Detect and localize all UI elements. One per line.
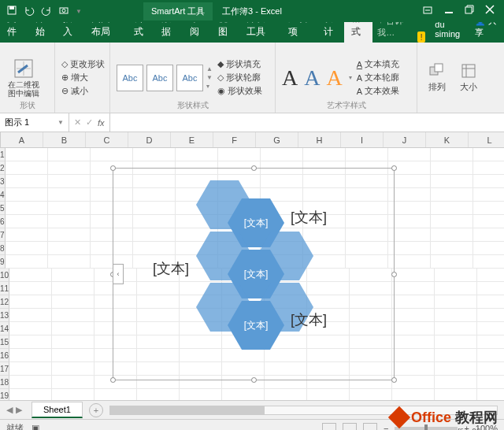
accept-icon[interactable]: ✓ bbox=[86, 117, 93, 128]
shape-style-3[interactable]: Abc bbox=[176, 65, 203, 91]
col-header[interactable]: L bbox=[469, 132, 504, 147]
col-header[interactable]: I bbox=[341, 132, 384, 147]
cell[interactable] bbox=[477, 322, 504, 335]
cell[interactable] bbox=[9, 389, 52, 400]
col-header[interactable]: C bbox=[86, 132, 128, 147]
fx-icon[interactable]: fx bbox=[98, 118, 105, 128]
cell[interactable] bbox=[94, 389, 137, 400]
wordart-style-3[interactable]: A bbox=[326, 65, 342, 91]
cell[interactable] bbox=[473, 188, 504, 202]
cell[interactable] bbox=[52, 269, 94, 282]
cell[interactable] bbox=[477, 309, 504, 322]
row-header[interactable]: 18 bbox=[0, 376, 9, 389]
cell[interactable] bbox=[6, 242, 48, 255]
resize-handle[interactable] bbox=[391, 377, 397, 383]
text-pane-toggle[interactable]: ‹ bbox=[113, 264, 124, 284]
edit-2d-button[interactable]: 在二维视图中编辑 bbox=[6, 58, 41, 98]
cell[interactable] bbox=[91, 148, 133, 161]
cell[interactable] bbox=[477, 349, 504, 362]
cell[interactable] bbox=[431, 188, 473, 202]
cell[interactable] bbox=[473, 215, 504, 228]
col-header[interactable]: H bbox=[298, 132, 341, 147]
cell[interactable] bbox=[477, 376, 504, 389]
cell[interactable] bbox=[48, 215, 91, 228]
row-header[interactable]: 13 bbox=[0, 309, 9, 322]
cell[interactable] bbox=[6, 215, 48, 228]
row-header[interactable]: 11 bbox=[0, 282, 9, 295]
cell[interactable] bbox=[9, 309, 52, 322]
cell[interactable] bbox=[435, 335, 477, 349]
zoom-out-button[interactable]: − bbox=[384, 424, 388, 431]
col-header[interactable]: K bbox=[426, 132, 469, 147]
cell[interactable] bbox=[435, 269, 477, 282]
cell[interactable] bbox=[473, 202, 504, 215]
resize-handle[interactable] bbox=[110, 377, 116, 383]
sheet-nav-next-icon[interactable]: ▶ bbox=[16, 405, 22, 415]
cell[interactable] bbox=[6, 148, 48, 161]
cell[interactable] bbox=[392, 295, 435, 309]
cell[interactable] bbox=[9, 362, 52, 376]
cell[interactable] bbox=[473, 161, 504, 175]
cell[interactable] bbox=[477, 335, 504, 349]
cell[interactable] bbox=[48, 228, 91, 242]
cell[interactable] bbox=[48, 175, 91, 188]
cell[interactable] bbox=[176, 148, 218, 161]
cell[interactable] bbox=[307, 389, 350, 400]
resize-handle[interactable] bbox=[391, 272, 397, 277]
cell[interactable] bbox=[48, 161, 91, 175]
cell[interactable] bbox=[6, 202, 48, 215]
cell[interactable] bbox=[392, 389, 435, 400]
col-header[interactable]: G bbox=[256, 132, 298, 147]
cell[interactable] bbox=[52, 362, 94, 376]
gallery-down-icon[interactable]: ▼ bbox=[206, 74, 213, 81]
col-header[interactable]: D bbox=[128, 132, 171, 147]
shape-fill-button[interactable]: ◆形状填充 bbox=[217, 58, 262, 70]
close-icon[interactable] bbox=[485, 5, 495, 17]
change-shape-button[interactable]: ◇更改形状 bbox=[61, 58, 105, 70]
cell[interactable] bbox=[435, 295, 477, 309]
resize-handle[interactable] bbox=[251, 377, 257, 383]
cell[interactable] bbox=[431, 242, 473, 255]
cell[interactable] bbox=[222, 389, 265, 400]
cell[interactable] bbox=[52, 376, 94, 389]
cell[interactable] bbox=[431, 175, 473, 188]
add-sheet-button[interactable]: + bbox=[89, 403, 103, 417]
save-icon[interactable] bbox=[6, 5, 17, 17]
row-header[interactable]: 12 bbox=[0, 295, 9, 309]
cell[interactable] bbox=[52, 349, 94, 362]
shape-effect-button[interactable]: ◉形状效果 bbox=[217, 85, 262, 97]
cell[interactable] bbox=[392, 362, 435, 376]
cell[interactable] bbox=[48, 255, 91, 269]
cell[interactable] bbox=[473, 228, 504, 242]
cell[interactable] bbox=[52, 322, 94, 335]
wordart-style-2[interactable]: A bbox=[304, 65, 320, 91]
cell[interactable] bbox=[477, 389, 504, 400]
cell[interactable] bbox=[435, 362, 477, 376]
cell[interactable] bbox=[180, 389, 222, 400]
smartart-object[interactable]: ‹ [文本] [文本] [文本] [文本] [文本] [文本] bbox=[113, 168, 395, 380]
normal-view-button[interactable] bbox=[322, 423, 336, 431]
cell[interactable] bbox=[392, 269, 435, 282]
cell[interactable] bbox=[52, 295, 94, 309]
restore-icon[interactable] bbox=[465, 5, 474, 17]
name-box[interactable]: 图示 1▼ bbox=[0, 113, 69, 132]
cell[interactable] bbox=[261, 148, 303, 161]
cell[interactable] bbox=[6, 175, 48, 188]
cell[interactable] bbox=[52, 309, 94, 322]
cell[interactable] bbox=[435, 349, 477, 362]
cell[interactable] bbox=[9, 269, 52, 282]
camera-icon[interactable] bbox=[58, 5, 69, 17]
macro-icon[interactable]: ▣ bbox=[32, 423, 39, 430]
cell[interactable] bbox=[435, 309, 477, 322]
cell[interactable] bbox=[133, 148, 176, 161]
cell[interactable] bbox=[435, 282, 477, 295]
resize-handle[interactable] bbox=[251, 165, 257, 171]
cell[interactable] bbox=[350, 389, 392, 400]
shrink-button[interactable]: ⊖减小 bbox=[61, 85, 105, 97]
cell[interactable] bbox=[9, 282, 52, 295]
cell[interactable] bbox=[392, 376, 435, 389]
col-header[interactable]: B bbox=[43, 132, 86, 147]
row-header[interactable]: 19 bbox=[0, 389, 9, 400]
cell[interactable] bbox=[52, 389, 94, 400]
cell[interactable] bbox=[477, 362, 504, 376]
